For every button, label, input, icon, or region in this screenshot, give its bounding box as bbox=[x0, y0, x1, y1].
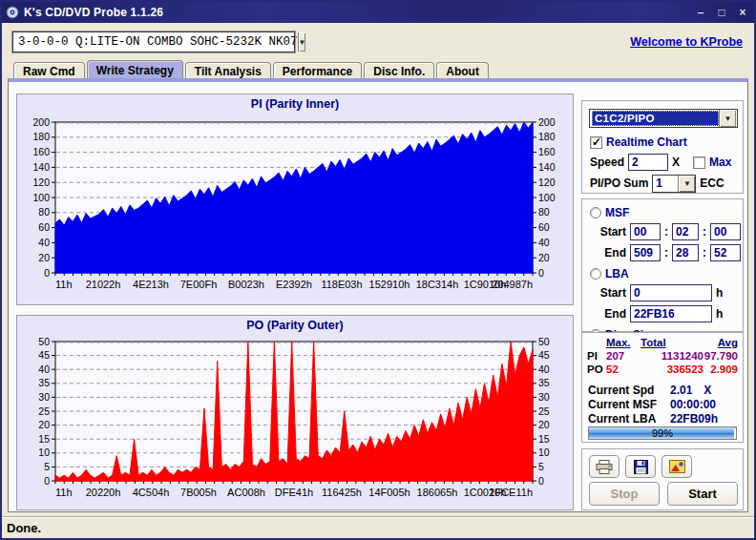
svg-text:15: 15 bbox=[38, 433, 50, 445]
svg-text:20: 20 bbox=[38, 419, 50, 430]
msf-end-min-input[interactable] bbox=[630, 244, 661, 261]
svg-text:35: 35 bbox=[538, 377, 550, 388]
drive-select-value: 3-0-0-0 Q:LITE-ON COMBO SOHC-5232K NK07 bbox=[13, 35, 298, 49]
titlebar[interactable]: K's CD/DVD Probe 1.1.26 – □ × bbox=[2, 2, 754, 23]
speed-unit-label: X bbox=[672, 156, 680, 169]
save-button[interactable] bbox=[625, 455, 656, 478]
svg-text:60: 60 bbox=[38, 221, 50, 233]
chart-options-group: C1C2/PIPO ▼ Realtime Chart Speed X Max P… bbox=[581, 100, 744, 194]
svg-text:160: 160 bbox=[538, 146, 556, 157]
minimize-button[interactable]: – bbox=[693, 6, 708, 19]
po-chart-panel: PO (Parity Outer) 0055101015152020252530… bbox=[16, 315, 574, 510]
lba-start-label: Start bbox=[596, 286, 626, 300]
tab-bar: Raw Cmd Write Strategy Tilt Analysis Per… bbox=[13, 60, 489, 80]
msf-start-sec-input[interactable] bbox=[672, 223, 699, 240]
svg-text:0: 0 bbox=[44, 267, 50, 279]
msf-end-frame-input[interactable] bbox=[710, 244, 741, 261]
welcome-link[interactable]: Welcome to KProbe bbox=[630, 35, 743, 49]
pi-chart: 0020204040606080801001001201201401401601… bbox=[17, 113, 573, 303]
test-mode-value: C1C2/PIPO bbox=[592, 111, 719, 126]
svg-text:80: 80 bbox=[538, 206, 550, 218]
svg-text:10: 10 bbox=[38, 447, 50, 458]
current-spd-label: Current Spd bbox=[588, 384, 666, 397]
colon-separator: : bbox=[703, 246, 706, 260]
svg-text:180: 180 bbox=[32, 131, 50, 142]
msf-start-frame-input[interactable] bbox=[710, 223, 741, 240]
lba-end-input[interactable] bbox=[630, 305, 712, 322]
svg-text:20: 20 bbox=[538, 252, 550, 263]
chevron-down-icon[interactable]: ▼ bbox=[298, 32, 306, 52]
current-msf-value: 00:00:00 bbox=[670, 398, 716, 411]
svg-text:5: 5 bbox=[44, 461, 50, 472]
svg-text:7B005h: 7B005h bbox=[180, 487, 217, 498]
printer-icon bbox=[596, 460, 613, 474]
stats-po-label: PO bbox=[587, 363, 606, 375]
svg-text:11h: 11h bbox=[55, 487, 73, 498]
maximize-button[interactable]: □ bbox=[714, 6, 729, 19]
stats-group: Max. Total Avg PI 207 1131240 97.790 PO … bbox=[581, 332, 744, 443]
svg-text:7E00Fh: 7E00Fh bbox=[180, 279, 218, 290]
svg-text:0: 0 bbox=[538, 475, 544, 487]
msf-start-label: Start bbox=[596, 225, 626, 239]
svg-text:140: 140 bbox=[538, 161, 556, 173]
max-speed-checkbox[interactable] bbox=[693, 156, 705, 169]
pipo-sum-select[interactable]: 1 ▼ bbox=[652, 175, 696, 193]
svg-text:180: 180 bbox=[538, 131, 556, 142]
status-text: Done. bbox=[2, 521, 41, 535]
svg-text:20: 20 bbox=[38, 252, 50, 263]
svg-text:0: 0 bbox=[538, 267, 544, 279]
svg-text:30: 30 bbox=[538, 391, 550, 403]
lba-radio[interactable] bbox=[590, 268, 601, 280]
svg-text:100: 100 bbox=[538, 192, 556, 203]
close-button[interactable]: × bbox=[735, 6, 750, 19]
svg-text:45: 45 bbox=[38, 349, 50, 361]
speed-input[interactable] bbox=[628, 154, 668, 171]
svg-text:120: 120 bbox=[538, 177, 556, 188]
svg-text:200: 200 bbox=[32, 116, 50, 128]
msf-start-min-input[interactable] bbox=[630, 223, 661, 240]
chevron-down-icon[interactable]: ▼ bbox=[678, 176, 695, 192]
pi-chart-title: PI (Parity Inner) bbox=[17, 94, 573, 113]
lba-label: LBA bbox=[605, 267, 629, 280]
status-bar: Done. bbox=[2, 516, 754, 538]
ecc-label: ECC bbox=[700, 177, 724, 190]
po-chart-title: PO (Parity Outer) bbox=[17, 316, 573, 334]
app-icon bbox=[6, 6, 19, 19]
start-button[interactable]: Start bbox=[667, 482, 738, 506]
svg-text:118E03h: 118E03h bbox=[321, 279, 362, 290]
colon-separator: : bbox=[703, 225, 706, 239]
window-title: K's CD/DVD Probe 1.1.26 bbox=[24, 6, 163, 19]
svg-text:4C504h: 4C504h bbox=[133, 487, 170, 498]
drive-select[interactable]: 3-0-0-0 Q:LITE-ON COMBO SOHC-5232K NK07 … bbox=[12, 31, 295, 52]
pi-chart-panel: PI (Parity Inner) 0020204040606080801001… bbox=[16, 93, 574, 305]
lba-start-input[interactable] bbox=[630, 284, 712, 301]
svg-text:45: 45 bbox=[538, 349, 550, 361]
current-lba-value: 22FB09h bbox=[670, 412, 718, 426]
stats-po-total: 336523 bbox=[640, 363, 704, 375]
svg-text:60: 60 bbox=[538, 221, 550, 233]
tab-write-strategy[interactable]: Write Strategy bbox=[87, 60, 183, 80]
realtime-chart-checkbox[interactable] bbox=[590, 136, 602, 149]
svg-text:40: 40 bbox=[538, 237, 550, 248]
stop-button[interactable]: Stop bbox=[589, 482, 660, 506]
save-image-button[interactable] bbox=[662, 455, 692, 478]
msf-end-sec-input[interactable] bbox=[672, 244, 699, 261]
chevron-down-icon[interactable]: ▼ bbox=[719, 110, 736, 127]
app-window: K's CD/DVD Probe 1.1.26 – □ × 3-0-0-0 Q:… bbox=[0, 0, 756, 540]
svg-text:160: 160 bbox=[32, 146, 50, 157]
svg-text:40: 40 bbox=[38, 363, 50, 375]
colon-separator: : bbox=[664, 225, 668, 239]
svg-text:25: 25 bbox=[38, 405, 50, 417]
svg-text:20220h: 20220h bbox=[86, 487, 121, 498]
svg-text:10: 10 bbox=[538, 447, 550, 458]
svg-text:50: 50 bbox=[38, 336, 50, 347]
pipo-sum-value: 1 bbox=[653, 177, 678, 190]
svg-text:80: 80 bbox=[38, 206, 50, 218]
floppy-disk-icon bbox=[634, 460, 648, 474]
stats-header-total: Total bbox=[640, 337, 704, 348]
svg-text:18C314h: 18C314h bbox=[416, 279, 459, 290]
print-button[interactable] bbox=[589, 455, 620, 478]
test-mode-select[interactable]: C1C2/PIPO ▼ bbox=[589, 109, 738, 128]
msf-radio[interactable] bbox=[590, 207, 601, 218]
msf-label: MSF bbox=[605, 206, 629, 219]
